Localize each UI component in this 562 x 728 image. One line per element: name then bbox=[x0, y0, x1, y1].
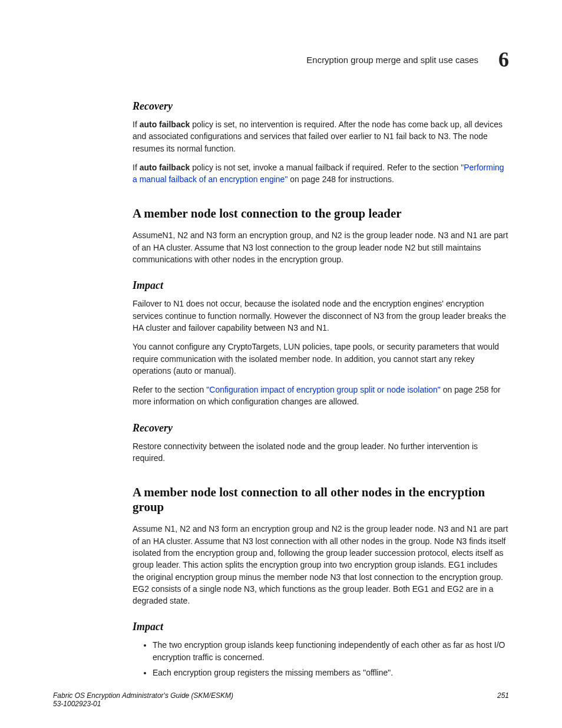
document-page: Encryption group merge and split use cas… bbox=[0, 0, 562, 728]
text: Refer to the section bbox=[133, 385, 206, 394]
bold-term: auto failback bbox=[140, 120, 190, 129]
text: policy is not set, invoke a manual failb… bbox=[190, 163, 461, 172]
impact-heading-2: Impact bbox=[133, 621, 509, 633]
recovery1-para1: If auto failback policy is set, no inter… bbox=[133, 118, 509, 154]
section1-heading: A member node lost connection to the gro… bbox=[133, 206, 509, 221]
footer-doc-title: Fabric OS Encryption Administrator's Gui… bbox=[53, 691, 233, 700]
section2-para1: Assume N1, N2 and N3 form an encryption … bbox=[133, 523, 509, 607]
page-footer: Fabric OS Encryption Administrator's Gui… bbox=[53, 691, 509, 708]
text: If bbox=[133, 163, 140, 172]
footer-left: Fabric OS Encryption Administrator's Gui… bbox=[53, 691, 233, 708]
recovery-heading-2: Recovery bbox=[133, 422, 509, 434]
text: on page 248 for instructions. bbox=[287, 174, 394, 184]
impact-heading-1: Impact bbox=[133, 279, 509, 292]
recovery-heading-1: Recovery bbox=[133, 100, 509, 113]
page-number: 251 bbox=[497, 691, 509, 700]
section1-para1: AssumeN1, N2 and N3 form an encryption g… bbox=[133, 229, 509, 265]
footer-doc-id: 53-1002923-01 bbox=[53, 700, 233, 708]
impact1-p3: Refer to the section "Configuration impa… bbox=[133, 384, 509, 408]
list-item: Each encryption group registers the miss… bbox=[153, 667, 509, 678]
running-header: Encryption group merge and split use cas… bbox=[133, 47, 509, 72]
impact-bullet-list: The two encryption group islands keep fu… bbox=[133, 639, 509, 678]
chapter-number: 6 bbox=[498, 47, 509, 72]
impact1-p1: Failover to N1 does not occur, because t… bbox=[133, 298, 509, 334]
header-title: Encryption group merge and split use cas… bbox=[306, 55, 478, 65]
bold-term: auto failback bbox=[140, 163, 190, 172]
recovery1-para2: If auto failback policy is not set, invo… bbox=[133, 162, 509, 186]
impact1-p2: You cannot configure any CryptoTargets, … bbox=[133, 341, 509, 377]
recovery2-p: Restore connectivity between the isolate… bbox=[133, 440, 509, 465]
text: If bbox=[133, 120, 140, 129]
crossref-link-config-impact[interactable]: "Configuration impact of encryption grou… bbox=[206, 385, 441, 394]
list-item: The two encryption group islands keep fu… bbox=[153, 639, 509, 663]
section2-heading: A member node lost connection to all oth… bbox=[133, 485, 509, 515]
